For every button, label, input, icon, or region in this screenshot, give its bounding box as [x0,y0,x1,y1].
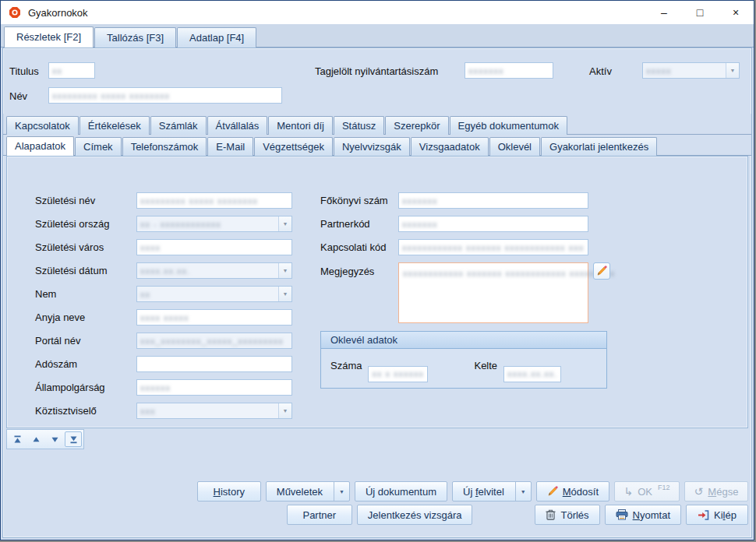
megjegyzes-edit-button[interactable] [593,262,610,280]
szuletesi-varos-input[interactable]: xxxx [136,239,292,255]
tab-adatlap[interactable]: Adatlap [F4] [177,27,256,48]
previous-record-button[interactable] [27,431,44,447]
tab-nyelvvizsgak[interactable]: Nyelvvizsgák [334,137,410,156]
anyja-neve-input[interactable]: xxxx xxxxx [136,309,292,326]
tab-szamlak[interactable]: Számlák [150,116,207,135]
close-button[interactable]: × [718,1,754,24]
szuletesi-datum-select[interactable]: xxxx.xx.xx.▼ [136,262,292,279]
tab-gyakorlati-jelentkezes[interactable]: Gyakorlati jelentkezés [541,137,657,156]
fokonyvi-szam-label: Főkönyvi szám [320,195,398,206]
exit-icon [698,510,709,520]
tab-telefonszamok[interactable]: Telefonszámok [122,137,207,156]
nyomtat-button[interactable]: Nyomtat [605,505,681,525]
form-row: Főkönyvi szám xxxxxxx [320,192,588,209]
minimize-button[interactable]: – [646,1,682,24]
tab-reszletek[interactable]: Részletek [F2] [4,26,94,48]
form-row: Állampolgárság xxxxxx [35,379,292,396]
button-row-secondary: Partner Jelentkezés vizsgára Törlés [287,505,748,525]
uj-dokumentum-button[interactable]: Új dokumentum [355,481,447,502]
form-row: Kapcsolati kód xxxxxxxxxxxx xxxxxxx xxxx… [320,239,588,255]
nem-label: Nem [35,288,136,300]
titulus-label: Titulus [9,65,39,77]
form-row: Portál név xxx_xxxxxxxx_xxxxx_xxxxxxxxx [35,333,292,349]
tab-tallozas[interactable]: Tallózás [F3] [94,27,176,48]
form-row: Adószám [35,356,292,372]
tab-vegzettsegek[interactable]: Végzettségek [254,137,333,156]
tab-alapadatok[interactable]: Alapadatok [6,136,74,156]
titulus-input[interactable]: xx [48,62,95,79]
koztisztviselo-select[interactable]: xxx▼ [136,403,292,419]
tab-kapcsolatok[interactable]: Kapcsolatok [6,116,79,135]
portal-nev-input[interactable]: xxx_xxxxxxxx_xxxxx_xxxxxxxxx [136,333,292,349]
form-row: Születési ország xx - xxxxxxxxxxxx▼ [35,216,292,232]
oklevel-adatok-body: Száma xx x xxxxxx Kelte xxxx.xx.xx. [321,349,606,371]
oklevel-adatok-header: Oklevél adatok [321,332,606,349]
szuletesi-nev-label: Születési név [35,195,136,206]
window-controls: – □ × [646,1,754,24]
torles-button[interactable]: Törlés [535,505,599,525]
nem-select[interactable]: xx▼ [136,286,292,302]
ok-button[interactable]: ↳ OKF12 [614,481,680,502]
tab-szerepkor[interactable]: Szerepkör [385,116,448,135]
nev-input[interactable]: xxxxxxxxx xxxxx xxxxxxxx [48,87,282,104]
jelentkezes-vizsgara-button[interactable]: Jelentkezés vizsgára [357,505,473,525]
tab-cimek[interactable]: Címek [75,137,122,156]
printer-icon [616,509,628,520]
modosit-button[interactable]: Módosít [536,481,609,502]
tab-mentori-dij[interactable]: Mentori díj [268,116,333,135]
sub-tabstrip: Alapadatok Címek Telefonszámok E-Mail Vé… [3,135,751,156]
portal-nev-label: Portál név [35,335,136,347]
maximize-button[interactable]: □ [682,1,718,24]
first-record-button[interactable] [9,431,26,447]
szama-input[interactable]: xx x xxxxxx [368,366,428,382]
uj-felvitel-button[interactable]: Új felvitel ▼ [452,481,532,502]
partner-button[interactable]: Partner [287,505,352,525]
next-record-button[interactable] [46,431,63,447]
allampolgarsag-label: Állampolgárság [35,382,136,393]
main-tabstrip: Részletek [F2] Tallózás [F3] Adatlap [F4… [1,24,754,48]
megjegyzes-textarea[interactable]: xxxxxxxxxxxx xxxxxxx xxxxxxxxxxxx xxxxxx… [398,262,588,323]
pencil-icon [547,486,558,497]
first-record-icon [13,435,22,444]
muveletek-button[interactable]: Műveletek ▼ [266,481,350,502]
history-button[interactable]: History [197,481,261,502]
tab-email[interactable]: E-Mail [207,137,253,156]
form-row: Születési név xxxxxxxxx xxxxx xxxxxxxx [35,192,292,209]
kapcsolati-kod-input[interactable]: xxxxxxxxxxxx xxxxxxx xxxxxxxxxxxx xxxxxx… [398,239,588,255]
arrow-up-icon [32,435,41,444]
undo-arrow-icon: ↺ [694,486,704,497]
szuletesi-varos-label: Születési város [35,241,136,253]
tab-oklevel[interactable]: Oklevél [489,137,540,156]
chevron-down-icon[interactable]: ▼ [278,216,291,231]
last-record-icon [69,435,78,444]
partnerkod-input[interactable]: xxxxxxx [398,216,588,232]
adoszam-input[interactable] [136,356,292,372]
allampolgarsag-input[interactable]: xxxxxx [136,379,292,396]
fokonyvi-szam-input[interactable]: xxxxxxx [398,192,588,209]
szuletesi-orszag-select[interactable]: xx - xxxxxxxxxxxx▼ [136,216,292,232]
tab-statusz[interactable]: Státusz [334,116,384,135]
titlebar: Gyakornokok – □ × [1,1,754,24]
uj-felvitel-dropdown[interactable]: ▼ [515,482,531,501]
muveletek-dropdown[interactable]: ▼ [334,482,349,501]
aktiv-select[interactable]: xxxxx ▼ [642,62,740,79]
kilep-button[interactable]: Kilép [686,505,748,525]
nyilvantartasiszam-input[interactable]: xxxxxxx [465,62,553,79]
tab-ertekelesek[interactable]: Értékelések [79,116,150,135]
chevron-down-icon[interactable]: ▼ [278,403,291,418]
megse-button[interactable]: ↺ Mégse [684,481,748,502]
partnerkod-label: Partnerkód [320,218,398,230]
tab-atvallalas[interactable]: Átvállalás [207,116,268,135]
form-row: Anyja neve xxxx xxxxx [35,309,292,326]
kelte-input[interactable]: xxxx.xx.xx. [503,366,561,382]
chevron-down-icon[interactable]: ▼ [278,263,291,278]
pencil-icon [596,266,607,276]
tab-egyeb-dokumentumok[interactable]: Egyéb dokumentumok [450,116,567,135]
chevron-down-icon[interactable]: ▼ [726,63,739,78]
chevron-down-icon[interactable]: ▼ [278,287,291,301]
megjegyzes-label: Megjegyzés [320,266,374,277]
kelte-label: Kelte [474,360,497,371]
last-record-button[interactable] [65,431,82,447]
szuletesi-nev-input[interactable]: xxxxxxxxx xxxxx xxxxxxxx [136,192,292,209]
tab-vizsgaadatok[interactable]: Vizsgaadatok [411,137,489,156]
